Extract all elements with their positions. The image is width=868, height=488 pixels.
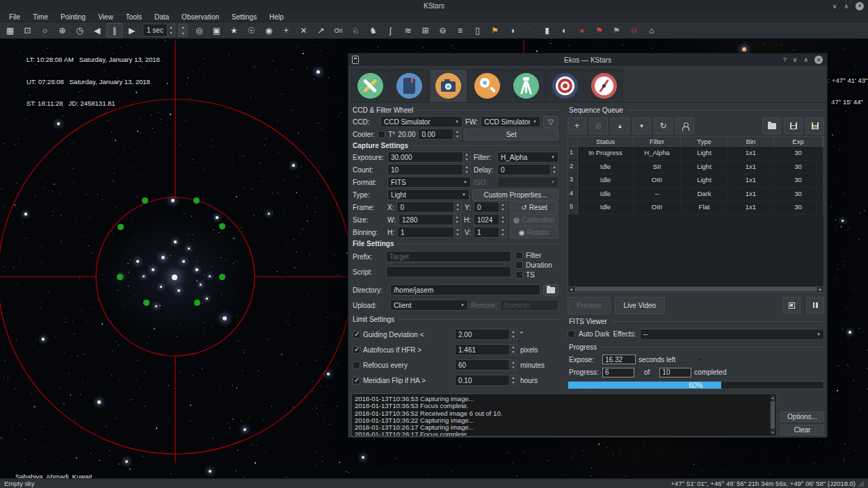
pause-button[interactable] (806, 297, 824, 314)
spinner-arrows[interactable]: ▲▼ (453, 215, 460, 225)
sequence-row[interactable]: 1 In Progress H_Alpha Light 1x1 30 (568, 147, 823, 161)
moon-phase-icon[interactable]: ◑ (504, 23, 520, 38)
size-h-spinbox[interactable]: 1024 ▲▼ (474, 214, 507, 225)
filter-select[interactable]: H_Alpha▼ (497, 152, 558, 163)
spinner-arrows[interactable]: ▲▼ (463, 165, 470, 174)
ekos-minimize-icon[interactable]: ∨ (793, 56, 798, 63)
log-vscrollbar[interactable]: ▲ ▼ (770, 395, 775, 435)
time-step-spinbox[interactable]: 1 sec▲▼ (143, 24, 175, 37)
auto-dark-checkbox[interactable] (568, 330, 575, 338)
help-icon[interactable]: ? (783, 56, 787, 63)
save-as-sequence-button[interactable] (805, 117, 824, 134)
column-header[interactable]: Bin (728, 137, 774, 146)
menu-item[interactable]: Help (263, 12, 290, 22)
type-select[interactable]: Light▼ (387, 189, 469, 200)
meridian-flip-spinbox[interactable]: 0.10 ▲▼ (455, 375, 517, 386)
sequence-row[interactable]: 4 Idle -- Dark 1x1 30 (568, 188, 823, 202)
column-header[interactable]: Exp (774, 137, 823, 146)
time-step-forward-icon[interactable]: ▶ (124, 23, 140, 38)
sequence-row[interactable]: 3 Idle OIII Light 1x1 30 (568, 174, 823, 188)
spinner-arrows[interactable]: ▲▼ (509, 360, 517, 370)
spinner-arrows[interactable]: ▲▼ (453, 129, 460, 139)
capture-tab[interactable] (429, 69, 467, 102)
simulate-icon[interactable]: ● (574, 23, 590, 38)
spinner-arrows[interactable]: ▲▼ (499, 202, 506, 212)
move-up-button[interactable]: ▲ (611, 117, 629, 134)
arrow-pointer-icon[interactable]: ↗ (313, 23, 329, 38)
prefix-filter-checkbox[interactable] (515, 252, 523, 259)
ccd-select[interactable]: CCD Simulator▼ (380, 116, 463, 127)
filter-wheel-select[interactable]: CCD Simulator▼ (481, 116, 540, 127)
sequence-row[interactable]: 5 Idle OIII Flat 1x1 30 (568, 201, 823, 215)
move-down-button[interactable]: ▼ (632, 117, 651, 134)
spinner-arrows[interactable]: ▲▼ (509, 375, 517, 385)
resize-grip[interactable] (858, 481, 864, 487)
size-w-spinbox[interactable]: 1280 ▲▼ (399, 214, 461, 225)
open-sequence-button[interactable] (762, 117, 781, 134)
sequence-table[interactable]: Status Filter Type Bin Exp 1 In Progress (568, 136, 824, 287)
focus-tab[interactable] (468, 69, 506, 102)
upload-select[interactable]: Client▼ (390, 300, 468, 311)
equatorial-grid-icon[interactable]: ⊞ (417, 23, 433, 38)
log-output[interactable]: 2018-01-13T10:36:53 Capturing image...20… (351, 393, 777, 437)
autofocus-hfr-spinbox[interactable]: 1.461 ▲▼ (455, 344, 517, 355)
sequence-row[interactable]: 2 Idle SII Light 1x1 30 (568, 161, 823, 174)
find-object-icon[interactable]: ○ (37, 23, 53, 38)
options-button[interactable]: Options... (780, 412, 824, 422)
refocus-every-checkbox[interactable] (353, 361, 360, 369)
binning-v-spinbox[interactable]: 1 ▲▼ (474, 227, 507, 238)
menu-item[interactable]: Pointing (54, 12, 92, 22)
observer-button[interactable] (675, 117, 694, 134)
format-select[interactable]: FITS▼ (387, 177, 471, 188)
ekos-maximize-icon[interactable]: ∧ (803, 56, 808, 63)
spinner-arrows[interactable]: ▲▼ (167, 24, 175, 36)
fits-viewer-icon[interactable]: ▣ (209, 23, 225, 38)
set-temperature-button[interactable]: Set (464, 129, 558, 140)
spinner-arrows[interactable]: ▲▼ (499, 227, 506, 237)
gray-flag-icon[interactable]: ⚑ (609, 23, 625, 38)
stop-button[interactable] (782, 297, 801, 314)
scheduler-tab[interactable] (390, 69, 428, 102)
autofocus-hfr-checkbox[interactable] (353, 346, 360, 354)
geo-location-box[interactable]: Sabahiya, Ahmadi, Kuwait Long: 48.100833… (15, 459, 114, 478)
column-header[interactable]: Status (578, 137, 634, 146)
dome-icon[interactable]: ⌂ (643, 23, 659, 38)
spinner-arrows[interactable]: ▲▼ (463, 152, 470, 162)
zoom-default-icon[interactable]: ◎ (191, 23, 207, 38)
device-manager-icon[interactable]: ▯ (469, 23, 485, 38)
frame-y-spinbox[interactable]: 0 ▲▼ (474, 202, 507, 213)
minimize-icon[interactable]: ∨ (833, 3, 837, 10)
guiding-deviation-checkbox[interactable] (353, 331, 360, 339)
scroll-right-icon[interactable]: ▶ (818, 287, 823, 291)
menu-item[interactable]: View (92, 12, 120, 22)
red-flag-icon[interactable]: ⚑ (591, 23, 607, 38)
frame-x-spinbox[interactable]: 0 ▲▼ (396, 202, 462, 213)
guiding-deviation-spinbox[interactable]: 2.00 ▲▼ (455, 329, 517, 340)
fov-symbol-icon[interactable]: ⊡ (19, 23, 35, 38)
spinner-arrows[interactable]: ▲▼ (499, 215, 506, 225)
lock-telescope-icon[interactable]: ▮ (539, 23, 555, 38)
reset-queue-button[interactable]: ↻ (654, 117, 673, 134)
prefix-input[interactable]: Target (386, 251, 511, 262)
align-tab[interactable] (546, 69, 584, 102)
script-input[interactable] (386, 266, 511, 277)
mount-tab[interactable] (507, 69, 545, 102)
supernovae-icon[interactable]: ∫ (383, 23, 399, 38)
temperature-setpoint-spinbox[interactable]: 0.00 ▲▼ (418, 129, 461, 140)
info-boxes-icon[interactable]: ≡ (452, 23, 468, 38)
sequence-hscrollbar[interactable]: ◀ ▶ (568, 287, 824, 293)
spinner-arrows[interactable]: ▲▼ (550, 165, 558, 174)
setup-tab[interactable] (351, 69, 389, 102)
abort-icon[interactable]: ⊖ (626, 23, 642, 38)
directory-input[interactable]: /home/jasem (390, 284, 540, 295)
deep-sky-icon[interactable]: ◉ (261, 23, 277, 38)
ekos-close-icon[interactable]: ✕ (814, 56, 823, 64)
count-spinbox[interactable]: 10 ▲▼ (387, 164, 471, 175)
comets-icon[interactable]: ✕ (296, 23, 312, 38)
exposure-spinbox[interactable]: 30.000 ▲▼ (387, 152, 471, 163)
maximize-icon[interactable]: ∧ (844, 3, 849, 10)
live-video-button[interactable]: Live Video (615, 297, 666, 314)
spinner-arrows[interactable]: ▲▼ (453, 227, 461, 237)
refocus-every-spinbox[interactable]: 60 ▲▼ (455, 359, 517, 371)
milky-way-icon[interactable]: ≋ (400, 23, 416, 38)
